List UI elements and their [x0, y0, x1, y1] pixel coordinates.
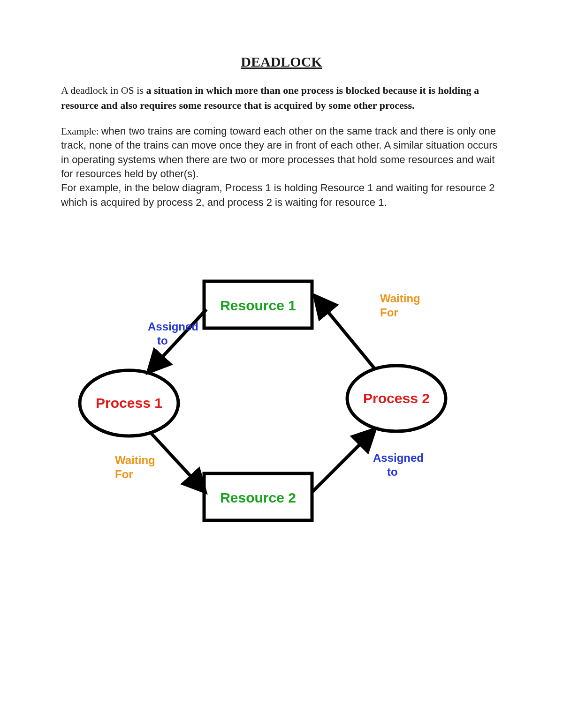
- edge-assigned2-line1: Assigned: [373, 451, 424, 464]
- edge-assigned1-line1: Assigned: [148, 320, 198, 333]
- deadlock-diagram: Resource 1 Resource 2 Process 1 Process …: [61, 267, 502, 548]
- edge-waiting2-line1: Waiting: [380, 292, 420, 305]
- arrow-r2-to-p2: [312, 429, 375, 492]
- definition-intro: A deadlock in OS is: [61, 84, 146, 96]
- example-body: when two trains are coming toward each o…: [61, 125, 498, 180]
- page-title: DEADLOCK: [61, 54, 502, 70]
- edge-waiting2-line2: For: [380, 306, 398, 319]
- process2-label: Process 2: [363, 390, 430, 406]
- resource1-label: Resource 1: [220, 298, 296, 313]
- document-page: DEADLOCK A deadlock in OS is a situation…: [61, 54, 502, 210]
- arrow-p2-to-r1: [314, 295, 375, 369]
- process1-label: Process 1: [96, 395, 162, 411]
- edge-assigned1-line2: to: [157, 334, 168, 347]
- edge-assigned2-line2: to: [387, 465, 398, 478]
- resource2-label: Resource 2: [220, 490, 296, 505]
- edge-waiting1-line2: For: [115, 468, 133, 480]
- example-paragraph: Example: when two trains are coming towa…: [61, 124, 502, 210]
- definition-paragraph: A deadlock in OS is a situation in which…: [61, 83, 502, 113]
- arrow-p1-to-r2: [150, 432, 205, 492]
- example-followup: For example, in the below diagram, Proce…: [61, 182, 495, 208]
- arrow-r1-to-p1: [148, 309, 206, 373]
- example-label: Example:: [61, 126, 101, 137]
- edge-waiting1-line1: Waiting: [115, 454, 155, 466]
